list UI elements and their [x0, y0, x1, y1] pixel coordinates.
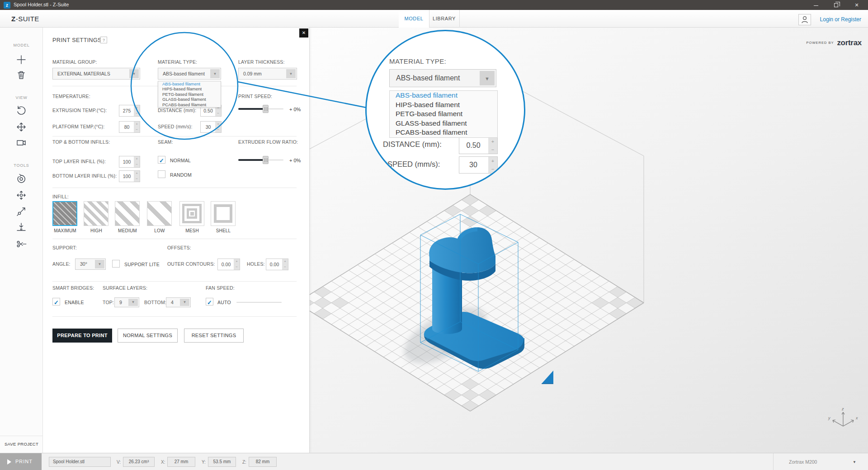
distance-label-magnified: DISTANCE (mm):	[383, 140, 442, 149]
infill-medium-swatch[interactable]	[115, 201, 140, 226]
infill-shell-swatch[interactable]	[211, 201, 236, 226]
infill-low-swatch[interactable]	[147, 201, 172, 226]
rotate-view-button[interactable]	[15, 104, 27, 116]
delete-model-button[interactable]	[15, 69, 27, 81]
fan-speed-label: FAN SPEED:	[206, 285, 235, 291]
surface-bottom-dropdown[interactable]: 4▼	[166, 297, 191, 307]
fan-auto-checkbox[interactable]: ✓	[206, 298, 213, 306]
support-label: SUPPORT:	[52, 245, 77, 250]
material-type-dropdown[interactable]: ABS-based filament▼	[158, 68, 221, 80]
infill-option-label: MESH	[177, 228, 207, 233]
scale-tool-button[interactable]	[15, 206, 27, 217]
infill-high-swatch[interactable]	[84, 201, 108, 226]
holes-input[interactable]: 0.00 +−	[266, 258, 288, 270]
rotate-tool-button[interactable]	[15, 173, 27, 185]
spinner[interactable]: +−	[134, 122, 140, 132]
material-option[interactable]: ABS-based filament	[390, 91, 497, 100]
camera-view-button[interactable]	[15, 137, 27, 149]
status-bar: PRINT Spool Holder.stl V: 26.23 cm³ X: 2…	[0, 453, 868, 470]
seam-normal-checkbox[interactable]: ✓	[158, 156, 165, 164]
slider-handle[interactable]	[263, 156, 269, 164]
chevron-down-icon: ▼	[128, 299, 138, 306]
print-speed-slider[interactable]	[238, 105, 283, 113]
spinner[interactable]: +−	[488, 137, 497, 154]
add-model-button[interactable]	[15, 54, 27, 66]
retraction-speed-label: SPEED (mm/s):	[158, 124, 193, 129]
bottom-layer-infill-input[interactable]: 100 +−	[119, 170, 140, 182]
infill-label: INFILL:	[52, 194, 69, 199]
distance-input-magnified[interactable]: 0.50 +−	[459, 137, 498, 154]
slider-handle[interactable]	[263, 105, 269, 113]
chevron-down-icon[interactable]: ▼	[853, 460, 856, 464]
extrusion-temp-input[interactable]: 275 +−	[119, 105, 140, 117]
material-option[interactable]: PETG-based filament	[390, 109, 497, 119]
chevron-down-icon: ▼	[129, 69, 139, 78]
login-register-link[interactable]: Login or Register	[820, 16, 861, 23]
extruder-flow-slider[interactable]	[238, 156, 283, 164]
spinner[interactable]: +−	[488, 157, 497, 173]
speed-input-magnified[interactable]: 30 +−	[459, 156, 498, 174]
normal-settings-button[interactable]: NORMAL SETTINGS	[118, 329, 178, 343]
move-tool-button[interactable]	[15, 189, 27, 201]
reset-settings-button[interactable]: RESET SETTINGS	[184, 329, 244, 343]
seam-random-checkbox[interactable]	[158, 170, 165, 178]
material-option[interactable]: PCABS-based filament	[158, 102, 221, 107]
tab-separator	[459, 10, 460, 28]
help-button[interactable]: ?	[100, 37, 107, 43]
material-type-dropdown-magnified[interactable]: ABS-based filament▼	[389, 69, 496, 87]
material-type-options-magnified: ABS-based filament HIPS-based filament P…	[389, 90, 498, 138]
panel-close-button[interactable]: ✕	[299, 28, 308, 38]
fan-speed-slider[interactable]	[236, 302, 282, 303]
material-option[interactable]: ABS-based filament	[158, 81, 221, 86]
material-option[interactable]: GLASS-based filament	[158, 97, 221, 102]
support-angle-dropdown[interactable]: 30°▼	[75, 258, 106, 270]
outer-contours-label: OUTER CONTOURS:	[167, 261, 215, 267]
y-value: 53.5 mm	[208, 457, 236, 467]
top-layer-infill-input[interactable]: 100 +−	[119, 156, 140, 168]
minimize-button[interactable]	[808, 0, 824, 10]
divider	[52, 281, 297, 282]
holes-label: HOLES:	[247, 261, 265, 267]
extruder-flow-ratio-label: EXTRUDER FLOW RATIO:	[238, 139, 298, 145]
material-option[interactable]: PCABS-based filament	[390, 128, 497, 137]
pan-view-button[interactable]	[15, 121, 27, 133]
material-option[interactable]: GLASS-based filament	[390, 119, 497, 128]
spinner[interactable]: +−	[215, 122, 221, 132]
top-navbar: Z-SUITE MODEL LIBRARY Login or Register	[0, 10, 868, 28]
infill-option-label: HIGH	[81, 228, 111, 233]
spinner[interactable]: +−	[282, 259, 288, 270]
save-project-button[interactable]: SAVE PROJECT	[0, 436, 43, 446]
spinner[interactable]: +−	[134, 171, 140, 182]
platform-temp-input[interactable]: 80 +−	[119, 121, 140, 133]
layer-thickness-dropdown[interactable]: 0.09 mm▼	[238, 68, 297, 80]
tab-model[interactable]: MODEL	[399, 10, 429, 28]
smart-bridges-enable-checkbox[interactable]: ✓	[52, 298, 60, 306]
material-group-dropdown[interactable]: EXTERNAL MATERIALS▼	[52, 68, 140, 80]
magnifier-callout: MATERIAL TYPE: ABS-based filament▼ ABS-b…	[365, 30, 525, 190]
spinner[interactable]: +−	[234, 259, 240, 270]
close-window-button[interactable]: ✕	[849, 0, 864, 10]
material-option[interactable]: PETG-based filament	[158, 92, 221, 97]
surface-top-dropdown[interactable]: 9▼	[114, 297, 139, 307]
prepare-to-print-button[interactable]: PREPARE TO PRINT	[52, 329, 112, 343]
zortrax-logo: zortrax	[837, 38, 862, 47]
material-option[interactable]: HIPS-based filament	[390, 100, 497, 110]
print-button[interactable]: PRINT	[0, 453, 42, 470]
spinner[interactable]: +−	[134, 105, 140, 116]
tab-library[interactable]: LIBRARY	[429, 10, 459, 28]
filename-field[interactable]: Spool Holder.stl	[49, 457, 111, 467]
place-on-platform-button[interactable]	[15, 222, 27, 234]
outer-contours-input[interactable]: 0.00 +−	[217, 258, 240, 270]
support-lite-checkbox[interactable]	[112, 260, 120, 268]
volume-label: V:	[117, 460, 121, 465]
printer-model-select[interactable]: Zortrax M200	[789, 459, 817, 465]
bottom-layer-infill-label: BOTTOM LAYER INFILL (%):	[52, 173, 117, 179]
infill-mesh-swatch[interactable]	[179, 201, 204, 226]
material-option[interactable]: HIPS-based filament	[158, 86, 221, 91]
split-tool-button[interactable]	[15, 238, 27, 250]
retraction-speed-input[interactable]: 30 +−	[200, 121, 222, 133]
account-button[interactable]	[798, 14, 811, 25]
spinner[interactable]: +−	[134, 156, 140, 167]
infill-maximum-swatch[interactable]	[52, 201, 77, 226]
restore-button[interactable]	[828, 0, 844, 10]
